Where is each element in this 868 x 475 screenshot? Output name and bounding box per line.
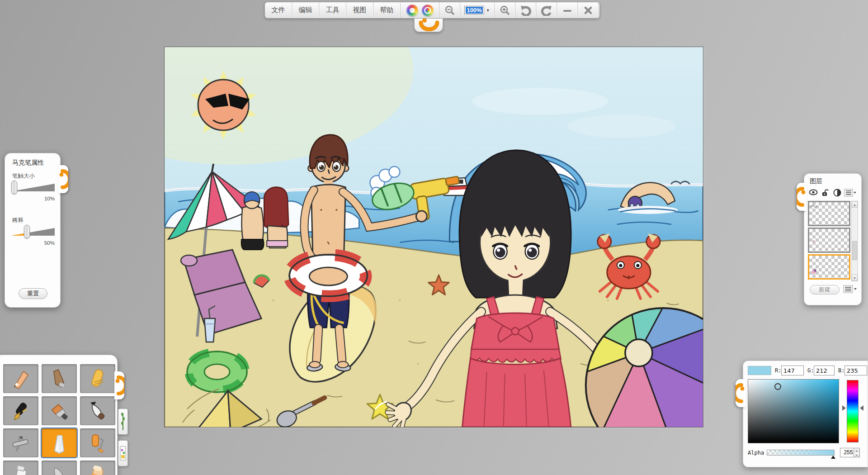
zoom-level-field[interactable]: 100% ▼ [460, 2, 495, 18]
layer-visibility-button[interactable] [809, 189, 818, 198]
tool-flat-brush[interactable] [42, 396, 77, 425]
r-value-input[interactable] [781, 366, 804, 375]
zoom-in-button[interactable] [495, 2, 515, 18]
menu-help-label: 帮助 [380, 6, 394, 14]
tool-marker[interactable] [42, 428, 77, 457]
palette-collapse-handle[interactable] [114, 371, 124, 399]
scroll-thumb[interactable] [852, 241, 857, 260]
app-window: 文件 编辑 工具 视图 帮助 100% ▼ [0, 0, 868, 475]
marker-panel-collapse-handle[interactable] [58, 165, 68, 193]
menu-view[interactable]: 视图 [346, 2, 373, 18]
alpha-decrement-icon[interactable]: ▼ [854, 453, 859, 457]
tool-crayon[interactable] [80, 364, 115, 393]
tool-airbrush[interactable] [3, 428, 38, 457]
brush-size-label: 笔触大小 [12, 172, 35, 180]
ink-brush-icon [85, 400, 110, 422]
layer-doodle [809, 237, 818, 246]
sticker-image-icon [120, 443, 126, 464]
layer-thumbnail-1[interactable] [808, 201, 850, 226]
layer-blend-button[interactable] [833, 189, 841, 199]
dilution-thumb[interactable] [24, 225, 30, 238]
color-picker-panel: R: G: B: Alpha 255 ▲ ▼ [743, 361, 868, 467]
orange-arc-icon [736, 379, 745, 407]
tool-palette-knife[interactable] [42, 461, 77, 475]
minimize-icon [563, 6, 572, 15]
rainbow-globe-icon[interactable] [422, 5, 434, 16]
hue-marker-right-icon[interactable] [860, 405, 863, 411]
menu-tools[interactable]: 工具 [319, 2, 346, 18]
scroll-down-icon[interactable]: ▼ [852, 275, 858, 281]
tool-paste-bottle[interactable] [3, 461, 38, 475]
marker-icon [47, 432, 72, 454]
toolbar-collapse-handle[interactable] [414, 19, 443, 32]
b-value-input[interactable] [844, 366, 867, 375]
alpha-marker-icon[interactable] [831, 456, 835, 459]
layers-scrollbar[interactable]: ▲ ▼ [851, 201, 858, 281]
tool-eraser[interactable] [80, 461, 115, 475]
alpha-slider[interactable] [767, 450, 835, 456]
marker-panel-title: 马克笔属性 [12, 159, 44, 167]
scroll-up-icon[interactable]: ▲ [852, 201, 858, 208]
color-selector-ring[interactable] [774, 383, 781, 390]
reset-button[interactable]: 重置 [19, 288, 47, 299]
tool-fountain-pen[interactable] [3, 396, 38, 425]
paint-roller-icon [85, 432, 110, 454]
airbrush-icon [8, 432, 33, 454]
tool-pencil[interactable] [3, 364, 38, 393]
layer-lock-button[interactable] [821, 189, 829, 199]
dilution-slider[interactable] [11, 226, 55, 238]
eraser-icon [85, 464, 110, 475]
new-layer-button[interactable]: 新建 [810, 285, 840, 294]
layer-menu-button[interactable] [844, 189, 857, 199]
sticker-tab[interactable] [118, 440, 128, 466]
hue-marker-left-icon[interactable] [842, 405, 846, 411]
layers-collapse-handle[interactable] [797, 183, 807, 211]
color-picker-collapse-handle[interactable] [736, 379, 745, 407]
pastel-stick-icon [47, 368, 72, 390]
brush-size-value: 10% [11, 196, 55, 201]
alpha-spinner[interactable]: 255 ▲ ▼ [840, 448, 860, 457]
b-label: B: [838, 367, 844, 374]
undo-button[interactable] [515, 2, 536, 18]
layer-thumbnail-2[interactable] [808, 228, 850, 253]
tool-pastel-stick[interactable] [42, 364, 77, 393]
menu-file[interactable]: 文件 [265, 2, 292, 18]
brush-size-slider[interactable] [11, 181, 55, 194]
layer-thumbnail-3[interactable] [808, 254, 850, 280]
alpha-label: Alpha [748, 450, 764, 456]
layers-panel: 图层 [804, 173, 862, 305]
menu-file-label: 文件 [272, 6, 285, 14]
rainbow-person-icon[interactable] [406, 5, 418, 16]
hue-bar[interactable] [847, 380, 859, 442]
marker-properties-panel: 马克笔属性 笔触大小 10% 稀释 50% 重置 [5, 153, 61, 308]
saturation-value-square[interactable] [748, 379, 839, 443]
plant-brush-tab[interactable] [118, 408, 128, 435]
g-value-input[interactable] [814, 366, 835, 375]
redo-button[interactable] [536, 2, 557, 18]
minimize-button[interactable] [557, 2, 578, 18]
layers-panel-title: 图层 [810, 177, 822, 185]
brush-size-thumb[interactable] [11, 180, 17, 194]
green-swim-ring [187, 352, 247, 392]
orange-arc-icon [58, 165, 68, 193]
list-menu-icon [843, 285, 858, 293]
close-button[interactable] [578, 2, 599, 18]
palette-knife-icon [47, 464, 72, 475]
magnifier-minus-icon [444, 5, 455, 16]
drawing-canvas[interactable] [164, 47, 703, 428]
tool-paint-roller[interactable] [80, 428, 115, 457]
pencil-icon [8, 368, 33, 390]
menu-view-label: 视图 [353, 6, 367, 14]
zoom-level-value: 100% [466, 7, 482, 14]
zoom-dropdown-caret[interactable]: ▼ [486, 8, 490, 13]
dilution-label: 稀释 [12, 217, 24, 224]
tool-ink-brush[interactable] [80, 396, 115, 425]
r-label: R: [775, 367, 781, 374]
magnifier-plus-icon [500, 5, 510, 16]
red-white-swim-ring [289, 255, 367, 296]
zoom-out-button[interactable] [439, 2, 460, 18]
alpha-increment-icon[interactable]: ▲ [854, 448, 859, 452]
menu-help[interactable]: 帮助 [373, 2, 401, 18]
layers-bottom-menu-button[interactable] [843, 285, 858, 295]
menu-edit[interactable]: 编辑 [292, 2, 319, 18]
